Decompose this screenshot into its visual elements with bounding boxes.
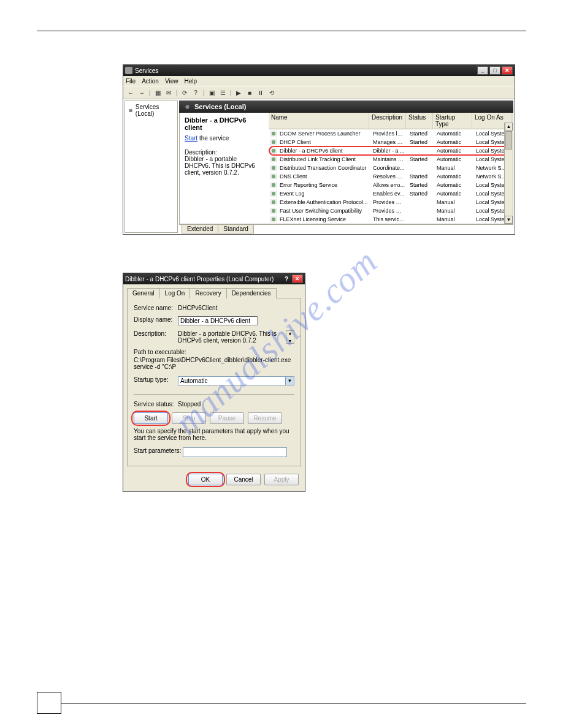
service-row-icon [270, 173, 277, 180]
start-button[interactable]: Start [134, 412, 168, 424]
services-titlebar[interactable]: Services _ □ ✕ [123, 65, 515, 76]
service-row-icon [270, 208, 277, 214]
pause-icon[interactable]: ⏸ [256, 88, 266, 97]
properties-titlebar[interactable]: Dibbler - a DHCPv6 client Properties (Lo… [123, 273, 305, 284]
start-params-label: Start parameters: [134, 447, 183, 454]
description-label: Description: [134, 330, 178, 337]
services-toolbar: ← → | ▦ ✉ | ⟳ ? | ▣ ☰ | ▶ ■ ⏸ ⟲ [123, 86, 515, 99]
service-row-icon [270, 182, 277, 188]
service-row-icon [270, 148, 277, 154]
properties-title: Dibbler - a DHCPv6 client Properties (Lo… [125, 276, 274, 282]
service-name-value: DHCPv6Client [178, 305, 217, 311]
tab-logon[interactable]: Log On [159, 288, 191, 298]
minimize-button[interactable]: _ [477, 66, 488, 75]
start-params-input[interactable] [183, 447, 287, 457]
description-value: Dibbler - a portable DHCPv6. This is DHC… [178, 330, 286, 344]
maximize-button[interactable]: □ [489, 66, 500, 75]
forward-icon[interactable]: → [137, 88, 147, 97]
table-row[interactable]: Error Reporting ServiceAllows erro...Sta… [269, 181, 513, 189]
service-row-icon [270, 131, 277, 137]
scroll-down-icon[interactable]: ▼ [505, 216, 513, 224]
menu-file[interactable]: File [126, 78, 136, 85]
services-title: Services [135, 67, 158, 74]
help-icon[interactable]: ? [191, 88, 201, 97]
table-row[interactable]: Extensible Authentication Protocol...Pro… [269, 198, 513, 207]
service-status-label: Service status: [134, 401, 178, 408]
service-row-icon [270, 199, 277, 205]
scrollbar[interactable]: ▲ ▼ [504, 123, 513, 224]
service-row-icon [270, 139, 277, 145]
service-status-value: Stopped [178, 401, 201, 408]
table-row[interactable]: DCOM Server Process LauncherProvides la.… [269, 129, 513, 138]
display-name-label: Display name: [134, 316, 178, 323]
resume-button: Resume [248, 412, 282, 424]
tab-standard[interactable]: Standard [218, 225, 254, 233]
export-icon[interactable]: ✉ [164, 88, 174, 97]
col-description[interactable]: Description [369, 113, 406, 129]
close-button[interactable]: ✕ [292, 275, 303, 283]
tab-general[interactable]: General [127, 288, 160, 298]
scroll-up-icon[interactable]: ▲ [505, 123, 513, 131]
close-button[interactable]: ✕ [502, 66, 513, 75]
table-row[interactable]: FLEXnet Licensing ServiceThis servic...M… [269, 215, 513, 224]
services-window: Services _ □ ✕ File Action View Help ← →… [123, 64, 515, 235]
table-row[interactable]: Distributed Link Tracking ClientMaintain… [269, 155, 513, 164]
gear-icon [128, 107, 134, 114]
desc-scroll-up-icon[interactable]: ▲ [286, 331, 294, 335]
service-row-icon [270, 165, 277, 171]
tree-root-node[interactable]: Services (Local) [128, 104, 175, 117]
ok-button[interactable]: OK [188, 474, 223, 485]
col-startup[interactable]: Startup Type [433, 113, 472, 129]
table-row[interactable]: DNS ClientResolves a...StartedAutomaticN… [269, 172, 513, 181]
properties-icon[interactable]: ▦ [153, 88, 163, 97]
back-icon[interactable]: ← [126, 88, 136, 97]
start-params-note: You can specify the start parameters tha… [134, 428, 294, 441]
table-row[interactable]: Dibbler - a DHCPv6 clientDibbler - a ...… [269, 146, 513, 155]
table-row[interactable]: Distributed Transaction CoordinatorCoord… [269, 164, 513, 172]
path-value: C:\Program Files\DHCPv6Client_dibbler\di… [134, 357, 294, 370]
column-headers[interactable]: Name Description Status Startup Type Log… [269, 113, 513, 129]
chevron-down-icon[interactable]: ▼ [285, 377, 294, 385]
col-status[interactable]: Status [406, 113, 433, 129]
large-icons-icon[interactable]: ▣ [207, 88, 216, 97]
properties-tabs: General Log On Recovery Dependencies [123, 284, 305, 298]
tab-extended[interactable]: Extended [182, 225, 218, 233]
table-row[interactable]: Event LogEnables ev...StartedAutomaticLo… [269, 189, 513, 198]
header-rule [37, 31, 526, 31]
play-icon[interactable]: ▶ [234, 88, 243, 97]
scroll-thumb[interactable] [505, 131, 512, 150]
services-menubar: File Action View Help [123, 76, 515, 86]
pause-button: Pause [210, 412, 244, 424]
table-row[interactable]: DHCP ClientManages n...StartedAutomaticL… [269, 138, 513, 146]
service-name-label: Service name: [134, 305, 178, 311]
desc-scroll-down-icon[interactable]: ▼ [286, 339, 294, 343]
refresh-icon[interactable]: ⟳ [180, 88, 190, 97]
restart-icon[interactable]: ⟲ [267, 88, 277, 97]
startup-type-select[interactable]: Automatic ▼ [178, 376, 294, 385]
services-tree[interactable]: Services (Local) [124, 100, 178, 233]
tab-recovery[interactable]: Recovery [190, 288, 226, 298]
stop-icon[interactable]: ■ [245, 88, 255, 97]
context-help-icon[interactable]: ? [285, 276, 288, 282]
menu-action[interactable]: Action [142, 78, 159, 85]
properties-dialog: Dibbler - a DHCPv6 client Properties (Lo… [123, 273, 305, 492]
service-row-icon [270, 156, 277, 162]
col-name[interactable]: Name [269, 113, 369, 129]
tab-dependencies[interactable]: Dependencies [226, 288, 277, 298]
table-row[interactable]: Fast User Switching CompatibilityProvide… [269, 207, 513, 215]
start-service-link[interactable]: Start [185, 135, 197, 142]
services-icon [125, 67, 132, 74]
menu-help[interactable]: Help [184, 78, 197, 85]
gear-icon [184, 104, 191, 110]
cancel-button[interactable]: Cancel [226, 474, 261, 485]
stop-button: Stop [172, 412, 206, 424]
apply-button: Apply [264, 474, 299, 485]
selected-service-title: Dibbler - a DHCPv6 client [185, 116, 264, 131]
details-icon[interactable]: ☰ [218, 88, 228, 97]
services-panel-header: Services (Local) [179, 100, 513, 113]
description-text: Dibbler - a portable DHCPv6. This is DHC… [185, 156, 264, 176]
service-row-icon [270, 216, 277, 222]
service-row-icon [270, 191, 277, 197]
display-name-value: Dibbler - a DHCPv6 client [178, 316, 258, 325]
menu-view[interactable]: View [165, 78, 178, 85]
